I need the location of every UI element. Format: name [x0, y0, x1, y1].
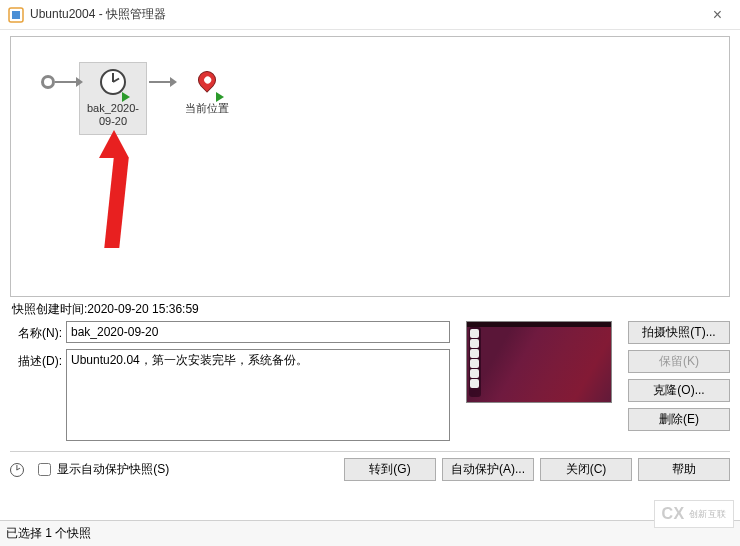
snapshot-tree-canvas[interactable]: bak_2020-09-20 当前位置	[10, 36, 730, 297]
annotation-red-arrow	[89, 130, 129, 248]
snapshot-description-textarea[interactable]: Ubuntu20.04，第一次安装完毕，系统备份。	[66, 349, 450, 441]
auto-protect-icon	[10, 463, 24, 477]
vmware-icon	[8, 7, 24, 23]
current-position-node[interactable]: 当前位置	[173, 62, 241, 122]
watermark: CX创新互联	[654, 500, 734, 528]
keep-button[interactable]: 保留(K)	[628, 350, 730, 373]
help-button[interactable]: 帮助	[638, 458, 730, 481]
snapshot-node-selected[interactable]: bak_2020-09-20	[79, 62, 147, 135]
window-title: Ubuntu2004 - 快照管理器	[24, 6, 703, 23]
status-bar: 已选择 1 个快照	[0, 520, 740, 546]
title-bar: Ubuntu2004 - 快照管理器 ×	[0, 0, 740, 30]
window-close-button[interactable]: ×	[703, 2, 732, 28]
footer-bar: 显示自动保护快照(S) 转到(G) 自动保护(A)... 关闭(C) 帮助	[0, 452, 740, 481]
auto-protect-button[interactable]: 自动保护(A)...	[442, 458, 534, 481]
description-label: 描述(D):	[10, 349, 66, 370]
snapshot-thumbnail[interactable]	[466, 321, 612, 403]
snapshot-clock-icon	[100, 69, 126, 98]
flow-arrow	[55, 81, 77, 83]
show-auto-protect-text: 显示自动保护快照(S)	[57, 462, 169, 476]
goto-button[interactable]: 转到(G)	[344, 458, 436, 481]
svg-rect-1	[12, 11, 20, 19]
start-node-icon	[41, 75, 55, 89]
show-auto-protect-label[interactable]: 显示自动保护快照(S)	[34, 460, 169, 479]
flow-arrow	[149, 81, 171, 83]
snapshot-creation-time: 快照创建时间:2020-09-20 15:36:59	[10, 297, 730, 321]
delete-button[interactable]: 删除(E)	[628, 408, 730, 431]
current-position-label: 当前位置	[176, 102, 238, 115]
clone-button[interactable]: 克隆(O)...	[628, 379, 730, 402]
snapshot-name-input[interactable]	[66, 321, 450, 343]
current-position-pin-icon	[194, 69, 220, 98]
close-button[interactable]: 关闭(C)	[540, 458, 632, 481]
take-snapshot-button[interactable]: 拍摄快照(T)...	[628, 321, 730, 344]
show-auto-protect-checkbox[interactable]	[38, 463, 51, 476]
snapshot-node-label: bak_2020-09-20	[82, 102, 144, 128]
name-label: 名称(N):	[10, 321, 66, 342]
